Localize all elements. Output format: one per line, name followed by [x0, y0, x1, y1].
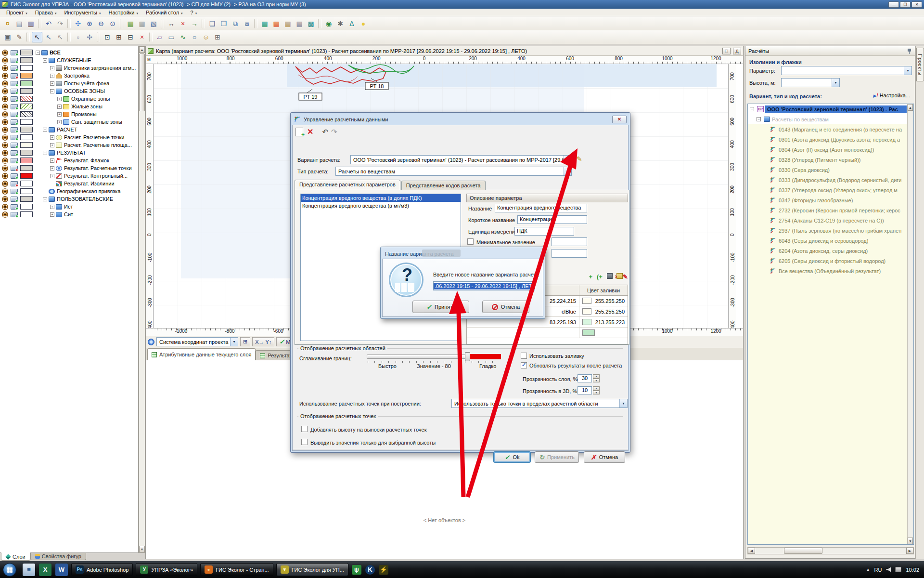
table-add-icon[interactable]: ▦	[259, 18, 270, 29]
visibility-eye-icon[interactable]	[2, 111, 8, 118]
layer-label[interactable]: Результат. Изолинии	[64, 181, 115, 186]
cursor-add-icon[interactable]: ↖	[43, 32, 54, 42]
save-colors-icon[interactable]	[607, 273, 613, 279]
cursor-icon[interactable]: ↖	[32, 32, 42, 42]
table-calc-icon[interactable]: ▩	[306, 18, 316, 29]
layer-label[interactable]: Посты учёта фона	[64, 80, 109, 86]
table-del-icon[interactable]: ▦	[271, 18, 282, 29]
layer-row[interactable]: РЕЗУЛЬТАТ	[0, 149, 138, 157]
task-gis-browser[interactable]: ● ГИС Эколог - Стран...	[200, 563, 273, 576]
erase-icon[interactable]: ×	[137, 32, 147, 42]
coordinate-system-combo[interactable]: Система координат проекта	[156, 337, 238, 346]
projects-vertical-tab[interactable]: Проекты	[916, 48, 924, 81]
add-height-checkbox[interactable]	[301, 426, 308, 432]
layer-opacity-spinner[interactable]: ▲▼	[593, 374, 600, 382]
layer-row[interactable]: Застройка	[0, 72, 138, 79]
pin-icon[interactable]	[907, 48, 912, 54]
printer-icon[interactable]	[11, 89, 18, 94]
printer-icon[interactable]	[11, 181, 18, 186]
layer-row[interactable]: Сан. защитные зоны	[0, 118, 138, 126]
printer-icon[interactable]	[11, 73, 18, 79]
scroll-left-icon[interactable]: ◀	[748, 548, 755, 554]
export-map-icon[interactable]: →	[189, 18, 200, 29]
layer-label[interactable]: Застройка	[64, 73, 90, 79]
color-row[interactable]	[467, 328, 628, 338]
flask-icon[interactable]: Δ	[346, 18, 357, 29]
grid-icon[interactable]: ⊞	[212, 32, 223, 42]
variant-combo[interactable]: ООО 'Ростовский зерновой терминал' (1023…	[350, 155, 572, 164]
visibility-eye-icon[interactable]	[2, 165, 8, 171]
undo-icon[interactable]: ↶	[322, 128, 328, 136]
visibility-eye-icon[interactable]	[2, 204, 8, 210]
layer-color-swatch[interactable]	[20, 57, 33, 63]
substance-row[interactable]: 6204 (Азота диоксид, серы диоксид)	[748, 246, 913, 256]
substance-row[interactable]: 0301 (Азота диоксид (Двуокись азота; пер…	[748, 134, 913, 144]
expand-toggle[interactable]	[43, 128, 47, 132]
points-usage-combo[interactable]: Использовать только точки в пределах рас…	[451, 399, 628, 408]
unit-input[interactable]: ПДК	[514, 227, 574, 236]
fill-color-swatch[interactable]	[582, 319, 591, 325]
visibility-eye-icon[interactable]	[2, 173, 8, 179]
visibility-eye-icon[interactable]	[2, 188, 8, 195]
layer-label[interactable]: ВСЕ	[50, 50, 61, 55]
printer-icon[interactable]	[11, 104, 18, 109]
printer-icon[interactable]	[11, 119, 18, 125]
layer-label[interactable]: Охранные зоны	[71, 96, 110, 102]
redo-icon[interactable]: ↷	[55, 18, 65, 29]
result-group-row[interactable]: Расчеты по веществам	[748, 114, 913, 124]
table-edit-icon[interactable]: ▦	[282, 18, 293, 29]
visibility-eye-icon[interactable]	[2, 50, 8, 56]
dtab-params[interactable]: Представление расчетных параметров	[295, 180, 400, 190]
layer-row[interactable]: Географическая привязка	[0, 187, 138, 195]
layer-label[interactable]: Результат. Контрольный...	[64, 173, 128, 179]
expand-toggle[interactable]	[57, 97, 62, 101]
expand-toggle[interactable]	[50, 135, 54, 140]
layer-label[interactable]: Расчет. Расчетные точки	[64, 134, 125, 140]
task-gis-uprza[interactable]: ▼ ГИС Эколог для УП...	[276, 563, 348, 576]
expand-toggle[interactable]	[50, 158, 54, 163]
expand-toggle[interactable]	[50, 174, 54, 178]
layer-label[interactable]: ПОЛЬЗОВАТЕЛЬСКИЕ	[57, 196, 113, 202]
opacity-3d-spinner[interactable]: ▲▼	[593, 386, 600, 394]
visibility-eye-icon[interactable]	[2, 73, 8, 79]
expand-toggle[interactable]	[50, 205, 54, 209]
printer-icon[interactable]	[11, 112, 18, 117]
layer-row[interactable]: Расчет. Расчетные площа...	[0, 141, 138, 149]
layer-row[interactable]: Промзоны	[0, 110, 138, 118]
layers-scrollbar[interactable]: ▲ ▼	[139, 46, 145, 553]
dtab-codes[interactable]: Представление кодов расчета	[401, 181, 486, 190]
report-icon[interactable]: ▥	[26, 18, 36, 29]
visibility-eye-icon[interactable]	[2, 96, 8, 102]
layer-row[interactable]: Охранные зоны	[0, 95, 138, 103]
fill-color-swatch[interactable]	[582, 329, 595, 336]
visibility-eye-icon[interactable]	[2, 57, 8, 64]
printer-icon[interactable]	[11, 197, 18, 202]
menu-item[interactable]: Инструменты	[61, 9, 104, 16]
layer-row[interactable]: Сит	[0, 210, 138, 218]
antivirus-icon[interactable]: K	[365, 565, 375, 575]
update-results-checkbox[interactable]	[521, 362, 527, 368]
substance-row[interactable]: 0342 (Фториды газообразные)	[748, 195, 913, 205]
delete-variant-icon[interactable]: ✕	[307, 127, 313, 136]
tab-attributes[interactable]: Атрибутивные данные текущего слоя	[147, 348, 256, 360]
printer-icon[interactable]	[11, 150, 18, 156]
layer-row[interactable]: Источники загрязнения атм...	[0, 64, 138, 72]
parameter-combo[interactable]	[781, 66, 912, 75]
expand-toggle[interactable]	[43, 58, 47, 63]
use-fill-checkbox[interactable]	[521, 353, 527, 359]
edit-variant-pencil-icon[interactable]: ✎	[577, 155, 582, 163]
substance-row[interactable]: 6043 (Серы диоксид и сероводород)	[748, 236, 913, 246]
layer-color-swatch[interactable]	[20, 134, 33, 140]
printer-icon[interactable]	[11, 158, 18, 163]
layer-label[interactable]: ОСОБЫЕ ЗОНЫ	[64, 88, 105, 94]
copy-layer-icon[interactable]: ❏	[207, 18, 218, 29]
max-value-input[interactable]	[552, 249, 587, 258]
close-button[interactable]: ✕	[911, 1, 922, 8]
layer-row[interactable]: Результат. Флажок	[0, 157, 138, 164]
expand-toggle[interactable]	[757, 117, 761, 121]
map-pick-icon[interactable]: ▧	[148, 18, 159, 29]
pin-window-button[interactable]: Д	[733, 48, 741, 54]
results-scrollbar[interactable]: ▲ ▼	[907, 104, 913, 544]
layer-row[interactable]: Ист	[0, 203, 138, 210]
printer-icon[interactable]	[11, 212, 18, 217]
